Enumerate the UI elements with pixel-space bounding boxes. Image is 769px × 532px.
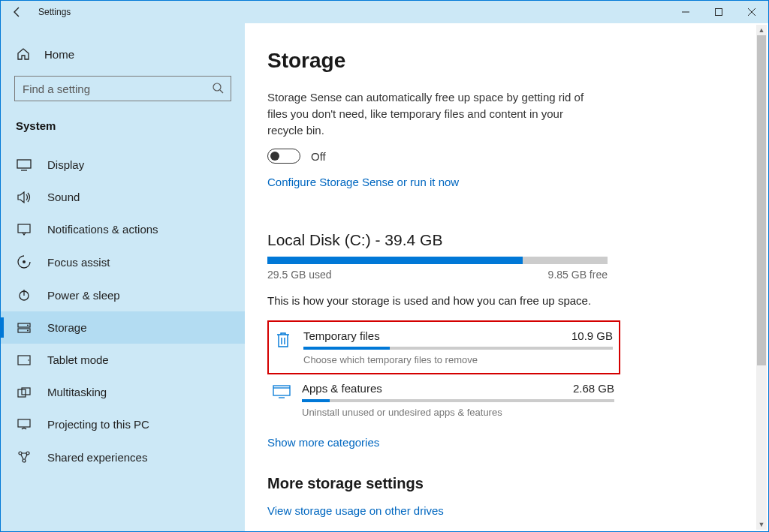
sidebar-nav: Display Sound Notifications & actions Fo… <box>1 149 245 473</box>
svg-point-23 <box>23 459 26 462</box>
focus-assist-icon <box>16 255 32 269</box>
storage-sense-toggle[interactable] <box>267 149 300 164</box>
more-links: View storage usage on other drives Chang… <box>267 504 723 531</box>
disk-labels: 29.5 GB used 9.85 GB free <box>267 269 608 281</box>
sidebar: Home System Display Sound <box>1 23 245 531</box>
scroll-down-arrow[interactable]: ▼ <box>756 519 767 530</box>
sound-icon <box>16 191 32 203</box>
svg-rect-24 <box>273 386 290 395</box>
scrollbar[interactable]: ▲ ▼ <box>756 25 767 530</box>
sidebar-item-tablet-mode[interactable]: Tablet mode <box>1 344 245 376</box>
search-input[interactable] <box>14 76 231 101</box>
sidebar-item-sound[interactable]: Sound <box>1 181 245 213</box>
storage-icon <box>16 323 32 333</box>
sidebar-item-storage[interactable]: Storage <box>1 311 245 344</box>
trash-icon <box>273 329 293 365</box>
svg-rect-8 <box>18 224 30 233</box>
sidebar-item-label: Power & sleep <box>47 289 120 302</box>
sidebar-item-label: Display <box>47 158 84 171</box>
power-icon <box>16 288 32 302</box>
disk-usage-fill <box>267 257 523 264</box>
sidebar-item-shared-experiences[interactable]: Shared experiences <box>1 440 245 473</box>
maximize-button[interactable] <box>702 1 735 23</box>
show-more-categories-link[interactable]: Show more categories <box>267 436 379 449</box>
configure-storage-sense-link[interactable]: Configure Storage Sense or run it now <box>267 176 459 188</box>
shared-icon <box>16 450 32 464</box>
sidebar-item-notifications[interactable]: Notifications & actions <box>1 213 245 245</box>
window-controls <box>669 1 768 23</box>
sidebar-item-label: Notifications & actions <box>47 223 158 236</box>
back-button[interactable] <box>1 1 34 23</box>
category-size: 2.68 GB <box>573 382 614 395</box>
search-icon <box>212 82 224 97</box>
disk-usage-bar <box>267 257 608 264</box>
titlebar: Settings <box>1 1 768 23</box>
scroll-up-arrow[interactable]: ▲ <box>756 25 767 35</box>
sidebar-item-focus-assist[interactable]: Focus assist <box>1 245 245 278</box>
window-title: Settings <box>38 7 71 17</box>
svg-rect-6 <box>17 160 31 168</box>
sidebar-item-label: Multitasking <box>47 386 107 398</box>
view-storage-other-drives-link[interactable]: View storage usage on other drives <box>267 504 723 517</box>
notifications-icon <box>16 224 32 236</box>
settings-window: Settings Home System <box>0 0 769 532</box>
category-name: Apps & features <box>302 382 382 395</box>
svg-point-4 <box>213 83 221 91</box>
minimize-button[interactable] <box>669 1 702 23</box>
multitasking-icon <box>16 387 32 398</box>
search-wrap <box>14 76 231 101</box>
close-button[interactable] <box>735 1 768 23</box>
scroll-thumb[interactable] <box>757 35 766 365</box>
sidebar-home[interactable]: Home <box>1 46 245 68</box>
home-icon <box>16 47 31 61</box>
svg-point-21 <box>19 452 22 455</box>
sidebar-home-label: Home <box>44 48 74 61</box>
disk-title: Local Disk (C:) - 39.4 GB <box>267 231 723 249</box>
display-icon <box>16 159 32 171</box>
sidebar-item-projecting[interactable]: Projecting to this PC <box>1 408 245 440</box>
more-storage-settings-title: More storage settings <box>267 475 723 492</box>
svg-point-14 <box>27 324 29 326</box>
usage-description: This is how your storage is used and how… <box>267 294 723 307</box>
sidebar-item-label: Sound <box>47 191 80 203</box>
category-subtext: Uninstall unused or undesired apps & fea… <box>302 407 614 418</box>
main-content: Storage Storage Sense can automatically … <box>245 23 768 531</box>
disk-used-label: 29.5 GB used <box>267 269 332 281</box>
storage-sense-description: Storage Sense can automatically free up … <box>267 89 590 138</box>
sidebar-item-label: Shared experiences <box>47 451 147 464</box>
svg-point-9 <box>23 260 26 263</box>
sidebar-item-label: Focus assist <box>47 256 110 269</box>
storage-category-apps-features[interactable]: Apps & features 2.68 GB Uninstall unused… <box>267 374 620 425</box>
storage-sense-toggle-label: Off <box>311 150 326 163</box>
sidebar-item-display[interactable]: Display <box>1 149 245 181</box>
category-name: Temporary files <box>303 329 380 342</box>
storage-category-temporary-files[interactable]: Temporary files 10.9 GB Choose which tem… <box>267 320 620 374</box>
svg-rect-1 <box>716 9 722 16</box>
storage-sense-toggle-row: Off <box>267 149 723 164</box>
change-new-content-location-link[interactable]: Change where new content is saved <box>267 530 723 531</box>
category-bar <box>302 399 614 402</box>
sidebar-item-label: Storage <box>47 321 87 334</box>
apps-icon <box>272 382 291 418</box>
svg-rect-20 <box>18 419 30 427</box>
svg-point-22 <box>26 452 29 455</box>
tablet-icon <box>16 355 32 365</box>
category-size: 10.9 GB <box>571 329 613 342</box>
category-bar <box>303 347 613 350</box>
sidebar-item-label: Tablet mode <box>47 353 109 366</box>
sidebar-category: System <box>1 115 245 149</box>
svg-point-17 <box>28 359 29 361</box>
svg-line-5 <box>220 90 223 93</box>
sidebar-item-multitasking[interactable]: Multitasking <box>1 376 245 408</box>
svg-point-15 <box>27 329 29 331</box>
page-title: Storage <box>267 49 723 73</box>
sidebar-item-power-sleep[interactable]: Power & sleep <box>1 278 245 311</box>
disk-free-label: 9.85 GB free <box>548 269 608 281</box>
category-subtext: Choose which temporary files to remove <box>303 354 613 365</box>
projecting-icon <box>16 419 32 431</box>
sidebar-item-label: Projecting to this PC <box>47 418 149 431</box>
